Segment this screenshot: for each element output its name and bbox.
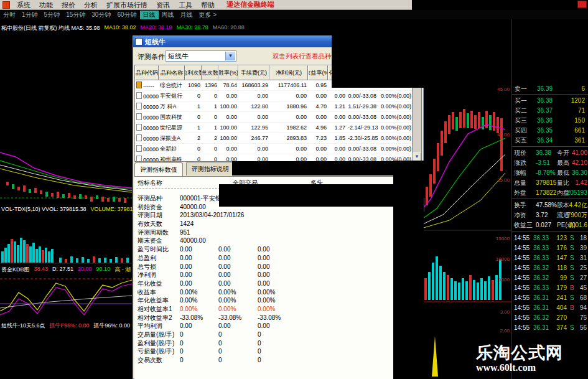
metric-label: 收益率 xyxy=(138,288,156,297)
column-header[interactable]: 品种名称 xyxy=(159,65,185,80)
column-header[interactable]: 总次数 xyxy=(202,65,218,80)
timeframe-item[interactable]: 15分钟 xyxy=(63,11,88,19)
table-cell: 综合统计 xyxy=(159,82,185,90)
ladder-volume: 71 xyxy=(578,106,585,115)
scroll-down-icon[interactable]: ▼ xyxy=(413,152,421,161)
menu-item[interactable]: 报价 xyxy=(57,1,80,9)
timeframe-item[interactable]: 分时 xyxy=(0,11,19,19)
metrics-row: 相对收益率2-33.08%-33.08%-33.08% xyxy=(134,314,394,322)
metric-label: 评测品种 xyxy=(138,194,162,203)
column-header[interactable]: 品种代码 xyxy=(135,65,159,80)
info-value: 1.42 xyxy=(576,178,587,187)
metric-label: 净利润 xyxy=(138,271,156,279)
table-cell: 1982.62 xyxy=(269,124,308,131)
tick-row[interactable]: 14:5536.33179B45 xyxy=(512,283,588,292)
menu-item[interactable]: 扩展市场行情 xyxy=(102,1,152,9)
metric-value: 0.00 xyxy=(180,322,192,330)
menu-item[interactable]: 功能 xyxy=(35,1,57,9)
mini-chart-pane[interactable]: 45.0040.0035.00150001000050003.002.001.0… xyxy=(412,19,511,379)
quote-row: 买三36.36150 xyxy=(512,116,588,125)
table-cell: 0.00 xyxy=(218,114,238,120)
table-row[interactable]: 000001平安银行000.000.000.000.000.000.00/-33… xyxy=(135,91,413,101)
menu-item[interactable]: 系统 xyxy=(12,1,35,9)
metric-value: 0.00 xyxy=(258,322,269,330)
table-row[interactable]: 000007全新好000.000.000.000.000.000.00/-33.… xyxy=(135,144,413,154)
metric-value: 0 xyxy=(180,347,184,356)
tab-metric-help[interactable]: 评测指标说明 xyxy=(186,162,235,175)
chart-label-segment: 抓牛F96%: 0.00 xyxy=(50,322,90,330)
tick-row[interactable]: 14:5536.32118S25 xyxy=(512,263,588,273)
condition-value: 短线牛 xyxy=(168,52,189,60)
tick-row[interactable]: 14:5536.31404B94 xyxy=(512,303,588,312)
metrics-row: 总盈利0.000.000.00 xyxy=(134,254,394,263)
tick-flag: B xyxy=(570,283,574,292)
ladder-volume: 361 xyxy=(574,136,585,145)
menu-item[interactable]: 资讯 xyxy=(152,1,174,9)
tick-row[interactable]: 14:5536.33176S39 xyxy=(512,243,588,253)
metric-label: 年化收益 xyxy=(138,279,162,288)
metrics-rows: 评测品种000001-平安银行初始资金40000.00评测日期2013/03/0… xyxy=(134,194,394,365)
metric-value: 0 xyxy=(218,330,222,339)
tick-time: 14:55 xyxy=(514,253,530,263)
chart-label-segment: MA20: 38.18 xyxy=(141,24,172,32)
tick-row[interactable]: 14:5536.33147S31 xyxy=(512,253,588,263)
tab-metric-values[interactable]: 评测指标数值 xyxy=(134,162,183,176)
info-label: 总量 xyxy=(514,178,526,187)
metric-value: 0 xyxy=(258,339,261,348)
table-cell: 0 xyxy=(185,146,202,152)
timeframe-item[interactable]: 日线 xyxy=(140,11,159,19)
doc-icon xyxy=(136,145,142,152)
table-cell: 2 xyxy=(202,135,218,141)
table-cell: 2893.83 xyxy=(269,135,308,141)
info-value: 41.00 xyxy=(572,148,587,157)
table-cell: 0.00%(0.00) xyxy=(378,146,413,152)
metric-value: 0 xyxy=(258,356,261,365)
timeframe-item[interactable]: 30分钟 xyxy=(88,11,114,19)
table-cell: 0.00 xyxy=(269,114,308,120)
timeframe-item[interactable]: 1分钟 xyxy=(19,11,41,19)
ladder-price: 36.36 xyxy=(537,116,553,125)
timeframe-item[interactable]: 5分钟 xyxy=(41,11,63,19)
info-label: 最高 xyxy=(557,158,569,167)
column-header[interactable]: 盈利次数 xyxy=(185,65,202,80)
axis-label: 15000 xyxy=(496,236,510,241)
table-row[interactable]: 000002万 科A11100.00122.801880.964.701.211… xyxy=(135,101,413,112)
quote-separator xyxy=(512,146,588,147)
timeframe-item[interactable]: 周线 xyxy=(159,11,177,19)
tick-time: 14:55 xyxy=(514,293,530,302)
window-control-icon[interactable] xyxy=(577,1,587,8)
menu-item[interactable]: 工具 xyxy=(174,1,197,9)
metric-value: 951 xyxy=(180,228,190,237)
tick-row[interactable]: 14:5536.33123S18 xyxy=(512,233,588,243)
tick-row[interactable]: 14:5536.3299S27 xyxy=(512,273,588,283)
quote-row: 买五36.34361 xyxy=(512,136,588,145)
tick-row[interactable]: 14:5536.31374S56 xyxy=(512,323,588,332)
column-header[interactable]: 手续费(元) xyxy=(238,65,269,80)
quote-panel[interactable]: 卖一36.396买一36.381202买二36.3771买三36.36150买四… xyxy=(511,19,588,379)
table-row[interactable]: 000006深振业A22100.00246.772893.837.231.85-… xyxy=(135,133,413,144)
tick-row[interactable]: 14:5536.3227075 xyxy=(512,313,588,322)
table-row[interactable]: 000004国农科技000.000.000.000.000.000.00/-33… xyxy=(135,112,413,123)
metric-value: -33.08% xyxy=(180,314,203,322)
table-cell: 0.00 xyxy=(328,93,347,99)
chart-label-segment: MA60: 20.88 xyxy=(213,24,245,32)
menu-item[interactable]: 分析 xyxy=(80,1,102,9)
chevron-down-icon[interactable]: ▼ xyxy=(225,52,235,60)
tick-flag: S xyxy=(570,253,574,263)
timeframe-item[interactable]: 月线 xyxy=(177,11,196,19)
timeframe-item[interactable]: 更多 > xyxy=(196,11,220,19)
table-row[interactable]: 000005世纪星源11100.00122.951982.624.961.27-… xyxy=(135,123,413,133)
tick-time: 14:55 xyxy=(514,283,530,292)
timeframe-item[interactable]: 60分钟 xyxy=(114,11,139,19)
info-label: 收益三 xyxy=(514,220,533,230)
info-value: 7900万 xyxy=(567,210,587,220)
column-header[interactable]: 收益率(%) xyxy=(308,65,328,80)
column-header[interactable]: 净利润(元) xyxy=(269,65,308,80)
tick-row[interactable]: 14:5536.31241S68 xyxy=(512,293,588,302)
condition-combobox[interactable]: 短线牛 ▼ xyxy=(166,50,236,62)
tick-count: 39 xyxy=(580,243,587,253)
menu-item[interactable]: 帮助 xyxy=(197,1,219,9)
column-header[interactable]: 胜率(%) xyxy=(218,65,238,80)
tick-flag: S xyxy=(570,323,574,332)
quote-row: 换手47.58%股本4.42亿 xyxy=(512,200,588,210)
